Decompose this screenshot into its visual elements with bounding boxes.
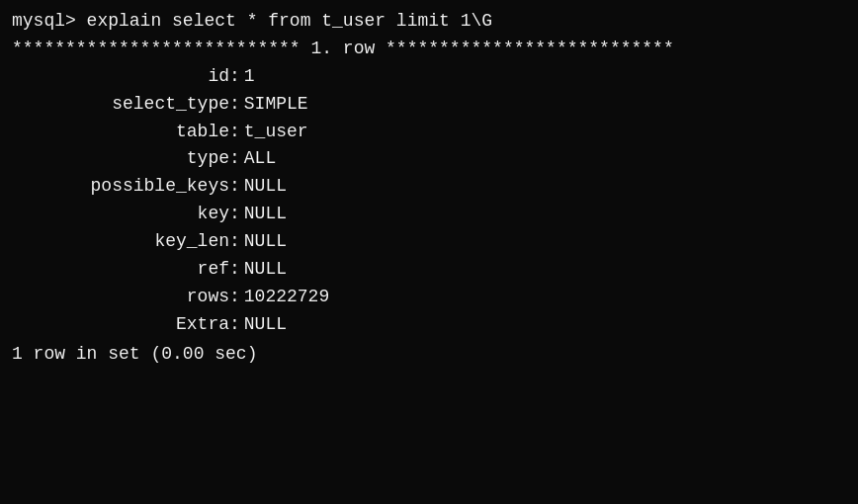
table-row: id: 1 bbox=[12, 63, 846, 91]
field-value: NULL bbox=[244, 256, 287, 284]
field-colon: : bbox=[229, 256, 240, 284]
field-value: 1 bbox=[244, 63, 255, 91]
field-value: SIMPLE bbox=[244, 91, 308, 119]
field-name: key bbox=[12, 201, 229, 228]
table-row: key: NULL bbox=[12, 201, 846, 228]
field-colon: : bbox=[229, 145, 240, 173]
table-row: Extra: NULL bbox=[12, 311, 846, 339]
field-name: Extra bbox=[12, 311, 229, 339]
table-row: key_len: NULL bbox=[12, 228, 846, 256]
field-name: select_type bbox=[12, 91, 229, 119]
field-name: table bbox=[12, 119, 229, 146]
field-name: rows bbox=[12, 284, 229, 311]
terminal-window: mysql> explain select * from t_user limi… bbox=[12, 8, 846, 496]
field-colon: : bbox=[229, 228, 240, 256]
field-value: NULL bbox=[244, 173, 287, 201]
prompt-line: mysql> explain select * from t_user limi… bbox=[12, 8, 846, 36]
field-colon: : bbox=[229, 201, 240, 228]
field-value: ALL bbox=[244, 145, 276, 173]
field-value: NULL bbox=[244, 311, 287, 339]
field-value: NULL bbox=[244, 228, 287, 256]
field-value: NULL bbox=[244, 201, 287, 228]
table-row: rows: 10222729 bbox=[12, 284, 846, 311]
field-value: t_user bbox=[244, 119, 308, 146]
field-name: key_len bbox=[12, 228, 229, 256]
field-colon: : bbox=[229, 63, 240, 91]
field-name: possible_keys bbox=[12, 173, 229, 201]
field-name: id bbox=[12, 63, 229, 91]
fields-container: id: 1select_type: SIMPLEtable: t_usertyp… bbox=[12, 63, 846, 339]
field-colon: : bbox=[229, 311, 240, 339]
table-row: type: ALL bbox=[12, 145, 846, 173]
table-row: ref: NULL bbox=[12, 256, 846, 284]
table-row: table: t_user bbox=[12, 119, 846, 146]
field-colon: : bbox=[229, 173, 240, 201]
field-value: 10222729 bbox=[244, 284, 329, 311]
field-colon: : bbox=[229, 119, 240, 146]
table-row: select_type: SIMPLE bbox=[12, 91, 846, 119]
field-colon: : bbox=[229, 91, 240, 119]
table-row: possible_keys: NULL bbox=[12, 173, 846, 201]
field-name: type bbox=[12, 145, 229, 173]
field-name: ref bbox=[12, 256, 229, 284]
footer-line: 1 row in set (0.00 sec) bbox=[12, 341, 846, 369]
field-colon: : bbox=[229, 284, 240, 311]
separator-line: *************************** 1. row *****… bbox=[12, 36, 846, 63]
